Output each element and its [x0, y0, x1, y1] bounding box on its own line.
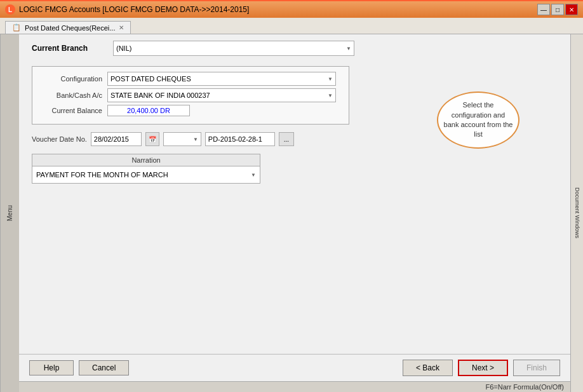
- tooltip-text: Select the configuration and bank accoun…: [443, 100, 513, 140]
- branch-label: Current Branch: [32, 44, 108, 53]
- voucher-type-arrow: ▼: [193, 137, 198, 142]
- tab-close-icon[interactable]: ✕: [119, 24, 124, 31]
- voucher-type-dropdown[interactable]: ▼: [163, 132, 201, 146]
- active-tab[interactable]: 📋 Post Dated Cheques(Recei... ✕: [5, 21, 131, 34]
- minimize-button[interactable]: —: [537, 4, 550, 15]
- title-bar: L LOGIC FMCG Accounts [LOGIC FMCG DEMO D…: [0, 0, 583, 18]
- status-text: F6=Narr Formula(On/Off): [485, 383, 564, 391]
- inner-form: Configuration POST DATED CHEQUES ▼ Bank/…: [32, 66, 349, 125]
- back-button[interactable]: < Back: [403, 360, 453, 376]
- branch-value: (NIL): [116, 44, 131, 52]
- voucher-date-label: Voucher Date No.: [32, 135, 87, 143]
- bottom-bar: Help Cancel < Back Next > Finish: [19, 354, 570, 381]
- narration-select[interactable]: PAYMENT FOR THE MONTH OF MARCH ▼: [32, 166, 260, 183]
- bottom-left-buttons: Help Cancel: [29, 360, 129, 375]
- form-area: Current Branch (NIL) ▼ Configuration POS…: [19, 34, 570, 354]
- cancel-button[interactable]: Cancel: [79, 360, 129, 375]
- config-select[interactable]: POST DATED CHEQUES ▼: [107, 72, 336, 86]
- narration-dropdown-arrow: ▼: [251, 172, 256, 178]
- right-sidebar-label: Document Windows: [574, 187, 580, 238]
- finish-button[interactable]: Finish: [513, 360, 560, 376]
- voucher-number-field[interactable]: PD-2015-02-28-1: [205, 132, 275, 146]
- balance-label: Current Balance: [37, 107, 107, 114]
- branch-select[interactable]: (NIL) ▼: [113, 41, 354, 56]
- branch-row: Current Branch (NIL) ▼: [32, 41, 558, 56]
- tab-bar: 📋 Post Dated Cheques(Recei... ✕: [0, 18, 583, 34]
- voucher-number-value: PD-2015-02-28-1: [208, 135, 262, 143]
- maximize-button[interactable]: □: [551, 4, 564, 15]
- bank-row: Bank/Cash A/c STATE BANK OF INDIA 000237…: [37, 88, 344, 102]
- voucher-extra-button[interactable]: ...: [279, 132, 294, 146]
- app-title: LOGIC FMCG Accounts [LOGIC FMCG DEMO DAT…: [19, 5, 249, 14]
- status-bar: F6=Narr Formula(On/Off): [19, 381, 570, 392]
- config-value: POST DATED CHEQUES: [111, 75, 191, 83]
- narration-section: Narration PAYMENT FOR THE MONTH OF MARCH…: [32, 154, 260, 184]
- app-icon: L: [5, 4, 15, 15]
- config-dropdown-arrow: ▼: [328, 76, 333, 82]
- next-button[interactable]: Next >: [458, 360, 508, 376]
- sidebar-label: Menu: [6, 205, 13, 221]
- calendar-button[interactable]: 📅: [145, 132, 159, 146]
- config-label: Configuration: [37, 75, 107, 83]
- narration-header: Narration: [32, 154, 260, 166]
- bank-label: Bank/Cash A/c: [37, 91, 107, 99]
- balance-row: Current Balance 20,400.00 DR: [37, 105, 344, 116]
- right-sidebar: Document Windows: [570, 34, 583, 392]
- calendar-icon: 📅: [149, 136, 156, 143]
- narration-value: PAYMENT FOR THE MONTH OF MARCH: [36, 171, 168, 179]
- bottom-right-buttons: < Back Next > Finish: [403, 360, 560, 376]
- tooltip-bubble: Select the configuration and bank accoun…: [437, 91, 519, 149]
- voucher-date-input[interactable]: 28/02/2015: [91, 132, 142, 146]
- config-row: Configuration POST DATED CHEQUES ▼: [37, 72, 344, 86]
- bank-dropdown-arrow: ▼: [328, 93, 333, 98]
- tab-label: Post Dated Cheques(Recei...: [25, 24, 115, 32]
- help-button[interactable]: Help: [29, 360, 74, 375]
- tab-icon: 📋: [12, 24, 21, 32]
- window-controls: — □ ✕: [537, 4, 578, 15]
- balance-value: 20,400.00 DR: [107, 105, 190, 116]
- left-sidebar: Menu: [0, 34, 19, 392]
- ellipsis-icon: ...: [284, 136, 289, 143]
- bank-value: STATE BANK OF INDIA 000237: [111, 91, 210, 99]
- close-button[interactable]: ✕: [565, 4, 578, 15]
- voucher-date-value: 28/02/2015: [94, 135, 129, 143]
- branch-dropdown-arrow: ▼: [346, 46, 351, 51]
- bank-select[interactable]: STATE BANK OF INDIA 000237 ▼: [107, 88, 336, 102]
- main-container: Menu Current Branch (NIL) ▼ Configuratio…: [0, 34, 583, 392]
- content-area: Current Branch (NIL) ▼ Configuration POS…: [19, 34, 570, 392]
